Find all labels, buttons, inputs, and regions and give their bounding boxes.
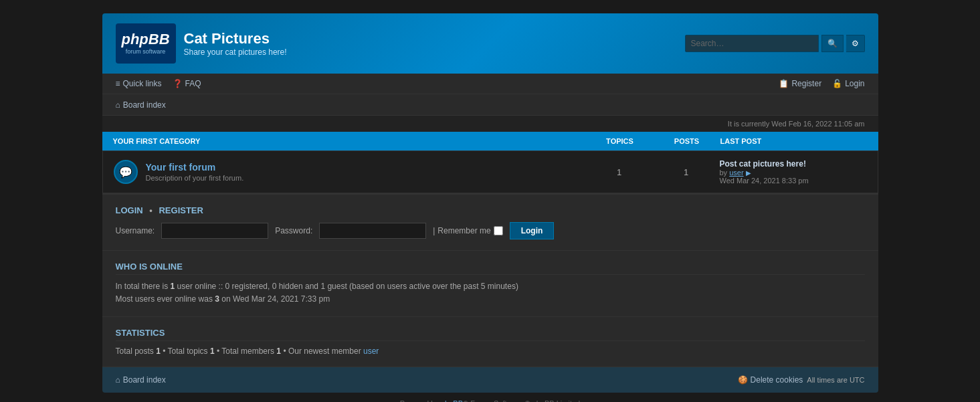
footer-bar: Board index 🍪 Delete cookies All times a…: [102, 367, 878, 393]
login-link[interactable]: 🔓 Login: [832, 79, 864, 88]
last-post-date: Wed Mar 24, 2021 8:33 pm: [720, 177, 867, 185]
total-members-label: Total members: [221, 346, 274, 356]
login-form-row: Username: Password: | Remember me Login: [116, 222, 865, 239]
forum-topics-count: 1: [586, 167, 653, 177]
footer-board-index-label: Board index: [123, 375, 166, 385]
username-input[interactable]: [161, 223, 268, 239]
forum-description: Description of your first forum.: [146, 174, 586, 182]
site-header: phpBB forum software Cat Pictures Share …: [102, 13, 878, 74]
forum-icon: 💬: [114, 160, 138, 184]
remember-me-separator: |: [433, 226, 435, 235]
nav-right: 📋 Register 🔓 Login: [779, 79, 864, 88]
faq-label: FAQ: [185, 79, 201, 88]
last-post-col-header: LAST POST: [720, 137, 868, 145]
main-content: YOUR FIRST CATEGORY TOPICS POSTS LAST PO…: [102, 132, 878, 367]
board-index-label: Board index: [123, 100, 166, 110]
total-posts-label: Total posts: [116, 346, 154, 356]
site-title-area: Cat Pictures Share your cat pictures her…: [184, 30, 287, 57]
remember-me-label: | Remember me: [433, 226, 502, 235]
forum-info: Your first forum Description of your fir…: [146, 162, 586, 182]
password-label: Password:: [275, 226, 312, 235]
login-register-section: LOGIN • REGISTER Username: Password: | R…: [102, 193, 878, 250]
footer-board-index[interactable]: Board index: [116, 375, 166, 385]
breadcrumb-board-index[interactable]: Board index: [116, 100, 166, 110]
powered-by-pre: Powered by: [400, 399, 441, 402]
total-topics-label: Total topics: [168, 346, 208, 356]
faq-link[interactable]: ❓ FAQ: [173, 79, 201, 88]
advanced-search-button[interactable]: ⚙: [846, 35, 865, 52]
nav-left: ≡ Quick links ❓ FAQ: [116, 79, 201, 88]
who-is-online-section: WHO IS ONLINE In total there is 1 user o…: [102, 250, 878, 316]
powered-by-bar: Powered by phpBB® Forum Software © phpBB…: [102, 393, 878, 402]
newest-member-label: Our newest member: [288, 346, 361, 356]
forum-last-post: Post cat pictures here! by user ▶ Wed Ma…: [720, 159, 867, 185]
login-submit-button[interactable]: Login: [510, 222, 555, 239]
forum-posts-count: 1: [653, 167, 720, 177]
register-link[interactable]: 📋 Register: [779, 79, 821, 88]
remember-me-text: Remember me: [437, 226, 490, 235]
forum-icon-symbol: 💬: [119, 166, 132, 179]
search-button[interactable]: 🔍: [821, 35, 844, 52]
register-label: Register: [791, 79, 821, 88]
delete-cookies-link[interactable]: 🍪 Delete cookies: [738, 375, 803, 385]
max-online-count: 3: [215, 294, 219, 304]
login-register-header: LOGIN • REGISTER: [116, 205, 865, 215]
phpbb-logo: phpBB forum software: [116, 23, 176, 64]
footer-right: 🍪 Delete cookies All times are UTC: [738, 375, 865, 385]
logo-subtext: forum software: [121, 48, 169, 55]
total-members-value: 1: [276, 346, 281, 356]
delete-cookies-label: Delete cookies: [751, 375, 803, 385]
statistics-section: STATISTICS Total posts 1 • Total topics …: [102, 316, 878, 367]
statistics-text: Total posts 1 • Total topics 1 • Total m…: [116, 346, 865, 356]
register-icon: 📋: [779, 79, 789, 88]
login-icon: 🔓: [832, 79, 842, 88]
cookie-icon: 🍪: [738, 375, 748, 385]
category-title: YOUR FIRST CATEGORY: [113, 137, 587, 145]
username-label: Username:: [116, 226, 155, 235]
password-input[interactable]: [319, 223, 426, 239]
site-title: Cat Pictures: [184, 30, 287, 47]
last-post-by-label: by: [720, 169, 728, 177]
datetime-bar: It is currently Wed Feb 16, 2022 11:05 a…: [102, 116, 878, 132]
last-post-title: Post cat pictures here!: [720, 159, 867, 169]
topics-col-header: TOPICS: [587, 137, 654, 145]
quick-links-menu[interactable]: ≡ Quick links: [116, 79, 162, 88]
logo-area: phpBB forum software Cat Pictures Share …: [116, 23, 287, 64]
site-tagline: Share your cat pictures here!: [184, 47, 287, 57]
register-header-link[interactable]: REGISTER: [159, 205, 203, 215]
navbar: ≡ Quick links ❓ FAQ 📋 Register 🔓 Login: [102, 74, 878, 94]
posts-col-header: POSTS: [654, 137, 720, 145]
online-text-line1: In total there is 1 user online :: 0 reg…: [116, 280, 865, 293]
login-header-link[interactable]: LOGIN: [116, 205, 143, 215]
quick-links-label: Quick links: [123, 79, 162, 88]
quick-links-icon: ≡: [116, 79, 120, 88]
search-input[interactable]: [685, 35, 819, 52]
phpbb-link[interactable]: phpBB: [441, 399, 463, 402]
last-post-user-line: by user ▶: [720, 169, 867, 177]
timezone-text: All times are UTC: [807, 376, 864, 384]
breadcrumb-bar: Board index: [102, 94, 878, 116]
login-label: Login: [845, 79, 864, 88]
statistics-title: STATISTICS: [116, 328, 865, 341]
last-post-arrow-icon: ▶: [746, 169, 751, 177]
current-datetime: It is currently Wed Feb 16, 2022 11:05 a…: [728, 120, 865, 128]
online-text-line2: Most users ever online was 3 on Wed Mar …: [116, 293, 865, 306]
who-is-online-title: WHO IS ONLINE: [116, 262, 865, 275]
remember-me-checkbox[interactable]: [494, 226, 503, 235]
newest-member-link[interactable]: user: [363, 346, 379, 356]
powered-by-post: ® Forum Software © phpBB Limited: [463, 399, 580, 402]
total-posts-value: 1: [156, 346, 161, 356]
forum-row: 💬 Your first forum Description of your f…: [102, 150, 878, 193]
category-header: YOUR FIRST CATEGORY TOPICS POSTS LAST PO…: [102, 132, 878, 150]
search-area: 🔍 ⚙: [685, 35, 865, 52]
faq-icon: ❓: [173, 79, 183, 88]
forum-name-link[interactable]: Your first forum: [146, 162, 216, 173]
last-post-user-link[interactable]: user: [729, 169, 743, 177]
logo-phpbb-text: phpBB: [121, 32, 169, 47]
total-topics-value: 1: [210, 346, 215, 356]
